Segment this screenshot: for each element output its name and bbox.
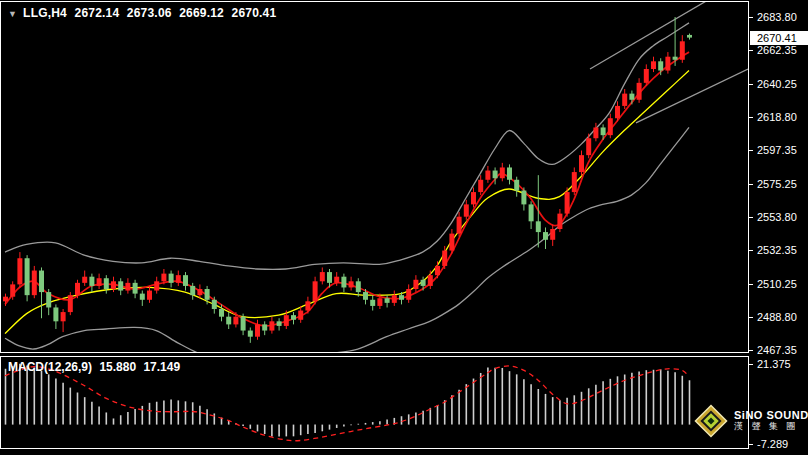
price-axis-label: 2510.25 bbox=[757, 278, 797, 290]
chart-canvas[interactable] bbox=[0, 0, 808, 455]
macd-axis-max-label-tick bbox=[749, 364, 753, 365]
price-axis-label-tick bbox=[749, 217, 753, 218]
candle bbox=[68, 292, 73, 315]
logo-brand-text: SiNO SOUND bbox=[734, 410, 808, 421]
price-axis-label-tick bbox=[749, 284, 753, 285]
price-axis-label: 2662.35 bbox=[757, 44, 797, 56]
open-value: 2672.14 bbox=[75, 6, 120, 20]
price-axis-label: 2575.25 bbox=[757, 178, 797, 190]
price-axis-label-tick bbox=[749, 17, 753, 18]
low-value: 2669.12 bbox=[179, 6, 224, 20]
price-axis-label: 2553.80 bbox=[757, 211, 797, 223]
price-axis-label: 2467.35 bbox=[757, 344, 797, 356]
price-axis-label: 2488.80 bbox=[757, 311, 797, 323]
price-axis-label-tick bbox=[749, 84, 753, 85]
price-axis-label-tick bbox=[749, 184, 753, 185]
high-value: 2673.06 bbox=[127, 6, 172, 20]
price-axis-label-tick bbox=[749, 250, 753, 251]
macd-indicator-header: MACD(12,26,9) 15.880 17.149 bbox=[8, 360, 184, 374]
macd-main-value: 15.880 bbox=[99, 360, 136, 374]
price-axis-label-tick bbox=[749, 350, 753, 351]
trading-chart-window: ▼LLG,H4 2672.14 2673.06 2669.12 2670.41 … bbox=[0, 0, 808, 455]
broker-logo: SiNO SOUND 漢 聲 集 團 bbox=[694, 404, 808, 438]
price-axis-label: 2683.80 bbox=[757, 11, 797, 23]
macd-axis-min-label: -7.289 bbox=[757, 438, 788, 450]
price-axis-label: 2532.35 bbox=[757, 244, 797, 256]
price-axis-label-tick bbox=[749, 317, 753, 318]
price-axis-label: 2618.80 bbox=[757, 111, 797, 123]
candle bbox=[25, 255, 30, 301]
price-axis-label-tick bbox=[749, 117, 753, 118]
price-axis-label: 2597.35 bbox=[757, 144, 797, 156]
price-scale-axis[interactable]: 2683.802662.352640.252618.802597.352575.… bbox=[749, 0, 808, 455]
sino-sound-diamond-icon bbox=[694, 404, 728, 438]
candle bbox=[32, 266, 37, 298]
macd-axis-max-label: 21.375 bbox=[757, 358, 791, 370]
logo-chinese-text: 漢 聲 集 團 bbox=[734, 421, 808, 432]
symbol-header: ▼LLG,H4 2672.14 2673.06 2669.12 2670.41 bbox=[8, 6, 280, 20]
symbol-dropdown-icon[interactable]: ▼ bbox=[8, 9, 17, 19]
symbol-timeframe-label: LLG,H4 bbox=[23, 6, 67, 20]
macd-label: MACD(12,26,9) bbox=[8, 360, 92, 374]
price-axis-label: 2640.25 bbox=[757, 78, 797, 90]
close-value: 2670.41 bbox=[232, 6, 277, 20]
macd-signal-value: 17.149 bbox=[143, 360, 180, 374]
macd-axis-min-label-tick bbox=[749, 444, 753, 445]
price-axis-label-tick bbox=[749, 50, 753, 51]
current-price-tag: 2670.41 bbox=[750, 31, 808, 45]
price-axis-label-tick bbox=[749, 150, 753, 151]
